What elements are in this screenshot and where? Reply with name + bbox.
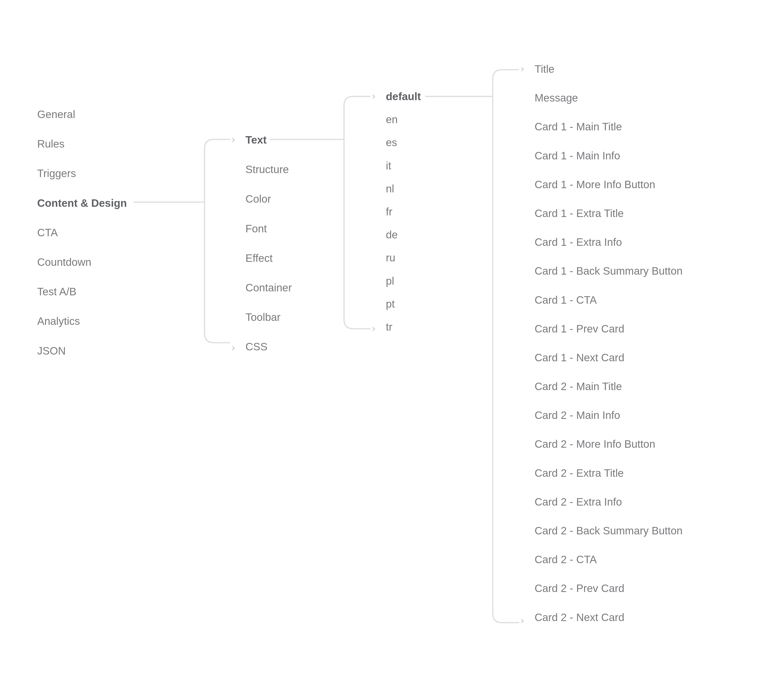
nav-item[interactable]: tr	[386, 321, 421, 334]
nav-item[interactable]: Card 2 - CTA	[535, 553, 683, 566]
nav-item[interactable]: Message	[535, 92, 683, 104]
nav-item[interactable]: Card 2 - Back Summary Button	[535, 524, 683, 537]
nav-column-lang: defaultenesitnlfrderuplpttr	[386, 90, 421, 344]
nav-item[interactable]: ru	[386, 252, 421, 264]
nav-item[interactable]: Analytics	[37, 315, 127, 327]
nav-item[interactable]: Card 1 - Main Title	[535, 120, 683, 133]
nav-item[interactable]: en	[386, 113, 421, 126]
nav-item[interactable]: Container	[245, 281, 292, 294]
chevron-right-icon	[230, 345, 237, 352]
nav-item[interactable]: fr	[386, 205, 421, 218]
nav-item[interactable]: CSS	[245, 340, 292, 353]
nav-item[interactable]: Card 2 - More Info Button	[535, 438, 683, 450]
nav-item[interactable]: JSON	[37, 345, 127, 357]
chevron-right-icon	[371, 326, 377, 332]
nav-item[interactable]: default	[386, 90, 421, 103]
nav-item[interactable]: Card 1 - Extra Title	[535, 207, 683, 220]
nav-item[interactable]: Triggers	[37, 167, 127, 180]
nav-item[interactable]: Text	[245, 133, 292, 146]
nav-item[interactable]: pl	[386, 275, 421, 288]
nav-item[interactable]: Card 2 - Extra Info	[535, 496, 683, 508]
nav-item[interactable]: es	[386, 136, 421, 149]
nav-item[interactable]: CTA	[37, 226, 127, 239]
nav-item[interactable]: Card 1 - Back Summary Button	[535, 265, 683, 278]
nav-column-fields: TitleMessageCard 1 - Main TitleCard 1 - …	[535, 63, 683, 640]
nav-item[interactable]: Card 2 - Next Card	[535, 611, 683, 624]
nav-item[interactable]: Card 1 - Prev Card	[535, 322, 683, 335]
nav-item[interactable]: Effect	[245, 252, 292, 265]
nav-item[interactable]: Title	[535, 63, 683, 76]
nav-item[interactable]: Content & Design	[37, 197, 127, 210]
nav-item[interactable]: Card 1 - Next Card	[535, 351, 683, 364]
nav-item[interactable]: nl	[386, 182, 421, 195]
nav-item[interactable]: Card 2 - Main Title	[535, 380, 683, 393]
chevron-right-icon	[371, 94, 377, 100]
nav-item[interactable]: Color	[245, 192, 292, 205]
nav-item[interactable]: de	[386, 228, 421, 241]
nav-item[interactable]: pt	[386, 298, 421, 311]
nav-item[interactable]: General	[37, 108, 127, 121]
nav-item[interactable]: Card 1 - Extra Info	[535, 236, 683, 248]
nav-item[interactable]: Card 2 - Main Info	[535, 409, 683, 422]
chevron-right-icon	[230, 137, 237, 143]
nav-item[interactable]: Countdown	[37, 256, 127, 269]
nav-item[interactable]: Card 2 - Prev Card	[535, 582, 683, 595]
nav-item[interactable]: Card 1 - More Info Button	[535, 178, 683, 191]
nav-item[interactable]: Test A/B	[37, 285, 127, 298]
nav-item[interactable]: Card 1 - Main Info	[535, 150, 683, 162]
nav-item[interactable]: Font	[245, 222, 292, 235]
nav-item[interactable]: Structure	[245, 163, 292, 176]
nav-item[interactable]: Card 2 - Extra Title	[535, 467, 683, 480]
chevron-right-icon	[519, 66, 526, 72]
nav-item[interactable]: Card 1 - CTA	[535, 294, 683, 306]
chevron-right-icon	[519, 618, 526, 624]
nav-item[interactable]: Toolbar	[245, 311, 292, 324]
nav-column-root: GeneralRulesTriggersContent & DesignCTAC…	[37, 108, 127, 374]
nav-item[interactable]: Rules	[37, 138, 127, 150]
nav-column-design: TextStructureColorFontEffectContainerToo…	[245, 133, 292, 370]
nav-item[interactable]: it	[386, 159, 421, 172]
diagram-canvas: GeneralRulesTriggersContent & DesignCTAC…	[0, 0, 784, 697]
